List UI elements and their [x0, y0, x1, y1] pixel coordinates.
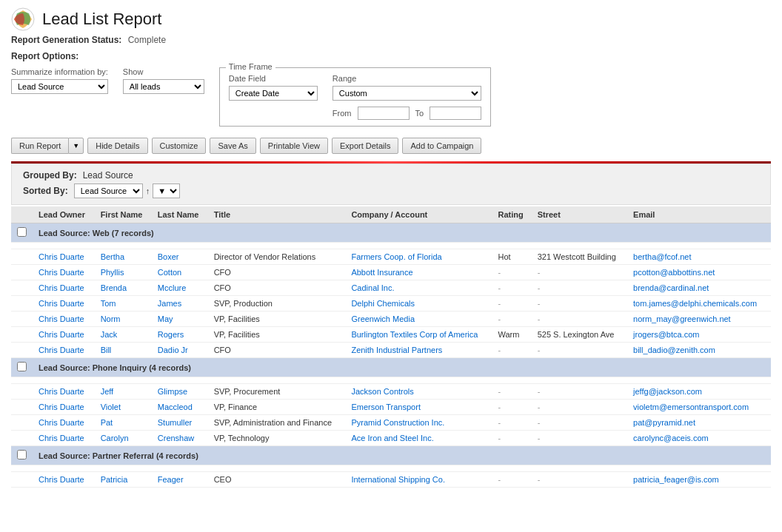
first-link[interactable]: Brenda: [101, 283, 127, 292]
last-link[interactable]: Mcclure: [158, 283, 187, 292]
group-checkbox[interactable]: [17, 227, 27, 237]
to-input[interactable]: [430, 107, 481, 120]
email-link[interactable]: bill_dadio@zenith.com: [633, 346, 715, 354]
owner-link[interactable]: Chris Duarte: [39, 403, 84, 411]
show-select[interactable]: All leads My leads My team's leads: [123, 79, 204, 94]
owner-link[interactable]: Chris Duarte: [39, 387, 84, 396]
row-owner: Chris Duarte: [33, 343, 95, 358]
owner-link[interactable]: Chris Duarte: [39, 268, 84, 277]
company-link[interactable]: Cadinal Inc.: [351, 283, 394, 292]
owner-link[interactable]: Chris Duarte: [39, 299, 84, 308]
export-details-button[interactable]: Export Details: [332, 138, 398, 154]
sort-direction: ↑: [146, 186, 150, 195]
company-link[interactable]: Emerson Transport: [351, 403, 421, 411]
sorted-by-row: Sorted By: Lead Source Lead Owner Last N…: [23, 183, 759, 198]
last-link[interactable]: Glimpse: [158, 387, 187, 396]
email-link[interactable]: carolync@aceis.com: [633, 434, 709, 442]
range-select[interactable]: Custom Today This Week This Month This Q…: [332, 86, 481, 101]
row-first: Patricia: [95, 472, 152, 488]
sort-direction-select[interactable]: ▼ ▲: [153, 183, 180, 198]
row-title: CEO: [208, 472, 346, 488]
row-last: Maccleod: [152, 400, 208, 415]
row-street: -: [532, 312, 627, 327]
first-link[interactable]: Norm: [101, 314, 121, 323]
email-link[interactable]: bertha@fcof.net: [633, 252, 691, 261]
company-link[interactable]: Delphi Chemicals: [351, 299, 415, 308]
row-checkbox-cell: [11, 327, 33, 343]
sort-by-select[interactable]: Lead Source Lead Owner Last Name: [74, 183, 143, 198]
row-last: Stumuller: [152, 415, 208, 431]
company-link[interactable]: Abbott Insurance: [351, 268, 412, 277]
last-link[interactable]: James: [158, 299, 181, 308]
from-input[interactable]: [358, 107, 410, 120]
printable-view-button[interactable]: Printable View: [260, 138, 328, 154]
first-link[interactable]: Tom: [101, 299, 116, 308]
last-link[interactable]: Boxer: [158, 252, 179, 261]
first-link[interactable]: Pat: [101, 418, 113, 427]
owner-link[interactable]: Chris Duarte: [39, 314, 84, 323]
last-link[interactable]: Feager: [158, 475, 184, 484]
company-link[interactable]: Farmers Coop. of Florida: [351, 252, 441, 261]
email-link[interactable]: violetm@emersontransport.com: [633, 403, 749, 411]
last-link[interactable]: Stumuller: [158, 418, 192, 427]
last-link[interactable]: Maccleod: [158, 403, 193, 411]
company-link[interactable]: Burlington Textiles Corp of America: [351, 330, 478, 339]
email-link[interactable]: jeffg@jackson.com: [633, 387, 702, 396]
row-rating: Warm: [492, 327, 531, 343]
row-owner: Chris Duarte: [33, 384, 95, 400]
group-checkbox[interactable]: [17, 450, 27, 459]
email-link[interactable]: pcotton@abbottins.net: [633, 268, 715, 277]
first-link[interactable]: Bertha: [101, 252, 124, 261]
company-link[interactable]: Greenwich Media: [351, 314, 415, 323]
company-link[interactable]: Jackson Controls: [351, 387, 413, 396]
company-link[interactable]: Zenith Industrial Partners: [351, 346, 442, 354]
row-checkbox-cell: [11, 312, 33, 327]
first-link[interactable]: Jeff: [101, 387, 114, 396]
first-link[interactable]: Jack: [101, 330, 118, 339]
owner-link[interactable]: Chris Duarte: [39, 346, 84, 354]
row-last: Mcclure: [152, 280, 208, 296]
group-checkbox[interactable]: [17, 362, 27, 371]
owner-link[interactable]: Chris Duarte: [39, 434, 84, 442]
email-link[interactable]: patricia_feager@is.com: [633, 475, 719, 484]
last-link[interactable]: Dadio Jr: [158, 346, 188, 354]
hide-details-button[interactable]: Hide Details: [87, 138, 147, 154]
summarize-select[interactable]: Lead Source Lead Owner Title Rating: [11, 79, 108, 94]
email-link[interactable]: jrogers@btca.com: [633, 330, 699, 339]
row-rating: -: [492, 280, 531, 296]
last-link[interactable]: Cotton: [158, 268, 181, 277]
owner-link[interactable]: Chris Duarte: [39, 475, 84, 484]
save-as-button[interactable]: Save As: [210, 138, 255, 154]
email-link[interactable]: pat@pyramid.net: [633, 418, 695, 427]
customize-button[interactable]: Customize: [152, 138, 207, 154]
company-link[interactable]: International Shipping Co.: [351, 475, 445, 484]
last-link[interactable]: Rogers: [158, 330, 184, 339]
last-link[interactable]: May: [158, 314, 173, 323]
email-link[interactable]: tom.james@delphi.chemicals.com: [633, 299, 757, 308]
last-link[interactable]: Crenshaw: [158, 434, 195, 442]
status-label: Report Generation Status:: [11, 35, 121, 45]
first-link[interactable]: Bill: [101, 346, 112, 354]
first-link[interactable]: Phyllis: [101, 268, 124, 277]
company-link[interactable]: Ace Iron and Steel Inc.: [351, 434, 433, 442]
to-label: To: [415, 109, 424, 118]
email-link[interactable]: norm_may@greenwich.net: [633, 314, 731, 323]
date-field-select[interactable]: Create Date Modified Date Converted Date: [229, 86, 318, 101]
first-link[interactable]: Patricia: [101, 475, 128, 484]
company-link[interactable]: Pyramid Construction Inc.: [351, 418, 444, 427]
run-report-arrow[interactable]: ▼: [68, 138, 84, 154]
owner-link[interactable]: Chris Duarte: [39, 283, 84, 292]
add-to-campaign-button[interactable]: Add to Campaign: [402, 138, 481, 154]
owner-link[interactable]: Chris Duarte: [39, 330, 84, 339]
col-lead-owner: Lead Owner: [33, 206, 95, 223]
grouped-by-value: Lead Source: [83, 170, 133, 181]
first-link[interactable]: Violet: [101, 403, 121, 411]
row-company: Delphi Chemicals: [345, 296, 492, 312]
row-rating: -: [492, 472, 531, 488]
owner-link[interactable]: Chris Duarte: [39, 252, 84, 261]
run-report-button[interactable]: Run Report: [11, 138, 68, 154]
email-link[interactable]: brenda@cardinal.net: [633, 283, 709, 292]
row-street: -: [532, 296, 627, 312]
owner-link[interactable]: Chris Duarte: [39, 418, 84, 427]
first-link[interactable]: Carolyn: [101, 434, 129, 442]
